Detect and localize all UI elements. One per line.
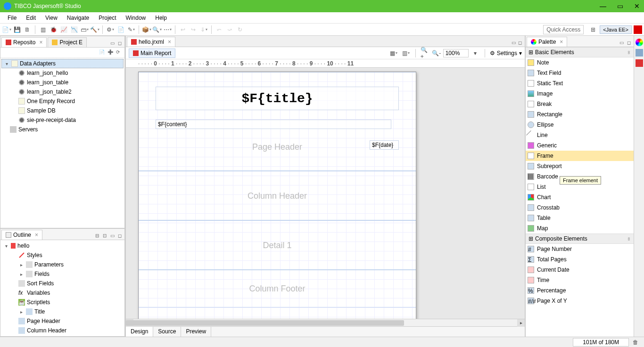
tree-item[interactable]: sie-pre-receipt-data: [1, 115, 124, 125]
tab-project-explorer[interactable]: Project E: [48, 37, 87, 47]
palette-line[interactable]: Line: [526, 130, 634, 140]
tab-source[interactable]: Source: [153, 327, 181, 337]
outline-tree-icon[interactable]: ⊟: [95, 233, 102, 240]
menu-file[interactable]: File: [4, 13, 20, 23]
outline-item[interactable]: Page Header: [1, 316, 124, 326]
minibar-icon[interactable]: [636, 49, 643, 56]
outline-list-icon[interactable]: ⊡: [103, 233, 109, 240]
palette-pagexofy[interactable]: #/#Page X of Y: [526, 296, 634, 306]
palette-totalpages[interactable]: ΣTotal Pages: [526, 254, 634, 265]
minimize-icon[interactable]: ▭: [110, 233, 117, 240]
zoom-in-icon[interactable]: 🔍+: [421, 48, 430, 58]
tree-item[interactable]: learn_json_table: [1, 78, 124, 87]
minibar-icon[interactable]: [636, 39, 643, 46]
tab-repository[interactable]: Reposito×: [1, 37, 47, 47]
palette-section-composite[interactable]: ⊞Composite Elements: [526, 234, 634, 244]
outline-root[interactable]: ▾hello: [1, 241, 124, 250]
palette-image[interactable]: Image: [526, 89, 634, 99]
minimize-button[interactable]: —: [600, 3, 606, 9]
palette-percentage[interactable]: %Percentage: [526, 285, 634, 296]
minimize-icon[interactable]: ▭: [619, 40, 626, 47]
maximize-icon[interactable]: ◻: [118, 233, 124, 240]
field-title[interactable]: $F{title}: [156, 87, 399, 110]
field-content[interactable]: $F{content}: [156, 120, 391, 129]
palette-break[interactable]: Break: [526, 99, 634, 109]
close-icon[interactable]: ×: [35, 232, 38, 238]
down-button[interactable]: ⇓: [199, 25, 208, 34]
maximize-icon[interactable]: ◻: [518, 40, 525, 47]
new-file-icon[interactable]: 📄: [116, 25, 125, 34]
datasource-button[interactable]: 🗃: [80, 25, 89, 34]
menu-project[interactable]: Project: [95, 13, 120, 23]
close-icon[interactable]: ×: [39, 39, 42, 46]
menu-edit[interactable]: Edit: [22, 13, 40, 23]
pencil-button[interactable]: ✎: [126, 25, 136, 34]
wizard-button[interactable]: 📦: [142, 25, 151, 34]
new-adapter-icon[interactable]: 📄: [99, 49, 106, 56]
outline-item[interactable]: ☕Scriptlets: [1, 298, 124, 307]
report-page[interactable]: $F{title} $F{content} $F{date} Page Head…: [138, 72, 416, 319]
maximize-button[interactable]: ▭: [617, 3, 623, 9]
refresh-icon[interactable]: ⟳: [116, 49, 123, 56]
outline-item[interactable]: Column Header: [1, 326, 124, 335]
compile-button[interactable]: 🔨: [90, 25, 99, 34]
palette-generic[interactable]: Generic: [526, 140, 634, 151]
open-perspective-icon[interactable]: ⊞: [588, 25, 598, 34]
tab-palette[interactable]: Palette×: [527, 37, 567, 47]
zoom-out-icon[interactable]: 🔍-: [432, 48, 441, 58]
palette-pagenumber[interactable]: #Page Number: [526, 244, 634, 254]
redo-button[interactable]: ⤻: [225, 25, 234, 34]
nav-back-button[interactable]: ↩: [178, 25, 188, 34]
outline-item[interactable]: ▸Fields: [1, 269, 124, 279]
palette-statictext[interactable]: Static Text: [526, 78, 634, 89]
palette-rectangle[interactable]: Rectangle: [526, 109, 634, 120]
gc-icon[interactable]: 🗑: [631, 338, 640, 347]
grid-button[interactable]: ▥: [401, 48, 411, 58]
palette-currentdate[interactable]: Current Date: [526, 265, 634, 275]
perspective-jasper-icon[interactable]: [634, 25, 642, 34]
menu-view[interactable]: View: [41, 13, 61, 23]
zoom-input[interactable]: [443, 49, 469, 57]
outline-item[interactable]: Styles: [1, 250, 124, 260]
tree-item[interactable]: learn_json_hello: [1, 68, 124, 78]
outline-item[interactable]: Sort Fields: [1, 279, 124, 288]
tab-outline[interactable]: Outline×: [1, 230, 42, 240]
build-button[interactable]: ▥: [38, 25, 48, 34]
memory-indicator[interactable]: 101M of 180M: [573, 338, 629, 347]
tree-item[interactable]: One Empty Record: [1, 97, 124, 106]
tree-data-adapters[interactable]: ▾Data Adapters: [1, 59, 124, 68]
settings-button[interactable]: ⚙Settings▾: [490, 50, 522, 56]
palette-section-basic[interactable]: ⊞Basic Elements: [526, 47, 634, 57]
debug-button[interactable]: 🐞: [49, 25, 58, 34]
scroll-thumb[interactable]: [126, 320, 404, 326]
palette-subreport[interactable]: Subreport: [526, 161, 634, 171]
palette-table[interactable]: Table: [526, 213, 634, 223]
minibar-icon[interactable]: [636, 59, 643, 67]
quick-access[interactable]: Quick Access: [543, 25, 584, 34]
editor-tab[interactable]: hello.jrxml×: [127, 37, 175, 47]
new-button[interactable]: 📄: [2, 25, 11, 34]
palette-time[interactable]: Time: [526, 275, 634, 285]
main-report-button[interactable]: Main Report: [129, 48, 175, 58]
history-button[interactable]: ↻: [235, 25, 245, 34]
tree-item[interactable]: Sample DB: [1, 106, 124, 115]
outline-item[interactable]: ▸Parameters: [1, 260, 124, 269]
menu-help[interactable]: Help: [151, 13, 171, 23]
scroll-right-icon[interactable]: ▸: [517, 319, 525, 327]
chart-icon[interactable]: 📈: [59, 25, 68, 34]
outline-item[interactable]: fxVariables: [1, 288, 124, 298]
close-icon[interactable]: ×: [168, 39, 171, 45]
palette-note[interactable]: Note: [526, 57, 634, 68]
dataset-button[interactable]: ▦: [389, 48, 398, 58]
tree-servers[interactable]: Servers: [1, 125, 124, 134]
maximize-icon[interactable]: ◻: [627, 40, 634, 47]
outline-item[interactable]: ▸Title: [1, 307, 124, 316]
close-icon[interactable]: ×: [560, 39, 563, 45]
perspective-javaee[interactable]: <Java EE>: [600, 25, 632, 34]
palette-textfield[interactable]: Text Field: [526, 68, 634, 78]
tab-preview[interactable]: Preview: [181, 327, 211, 337]
tree-item[interactable]: learn_json_table2: [1, 87, 124, 97]
field-date[interactable]: $F{date}: [370, 140, 399, 150]
menu-navigate[interactable]: Navigate: [63, 13, 93, 23]
horizontal-scrollbar[interactable]: ◂ ▸: [126, 319, 525, 326]
